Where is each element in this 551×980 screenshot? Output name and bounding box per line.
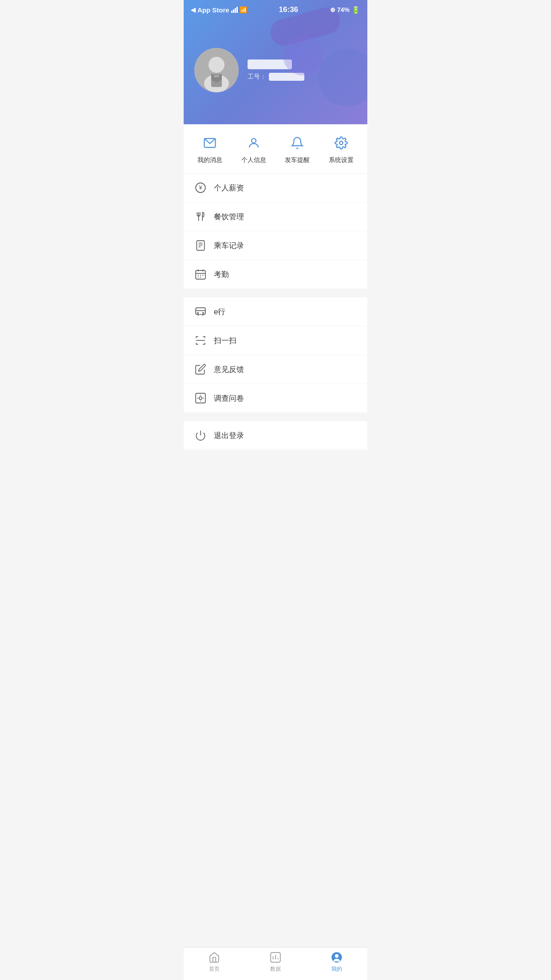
- quick-action-message-label: 我的消息: [197, 156, 222, 164]
- carrier-label: App Store: [197, 6, 229, 14]
- menu-item-feedback[interactable]: 意见反馈: [184, 355, 367, 384]
- quick-action-settings-label: 系统设置: [329, 156, 354, 164]
- location-icon: ⊕: [330, 6, 335, 13]
- svg-rect-13: [197, 241, 204, 250]
- quick-action-profile[interactable]: 个人信息: [232, 133, 276, 164]
- menu-item-attendance[interactable]: 考勤: [184, 260, 367, 288]
- svg-text:¥: ¥: [198, 184, 202, 191]
- bus-icon: [194, 305, 207, 318]
- menu-item-survey[interactable]: 调查问卷: [184, 384, 367, 412]
- menu-label-logout: 退出登录: [214, 431, 357, 441]
- svg-point-7: [252, 138, 256, 143]
- battery-icon: 🔋: [351, 6, 360, 14]
- menu-label-salary: 个人薪资: [214, 183, 357, 193]
- menu-section-2: e行 扫一扫 意见反馈: [184, 297, 367, 412]
- scan-icon: [194, 334, 207, 347]
- yen-icon: ¥: [194, 182, 207, 194]
- menu-label-etravel: e行: [214, 307, 357, 317]
- quick-action-reminder-label: 发车提醒: [285, 156, 310, 164]
- blob-decoration-2: [319, 49, 367, 107]
- power-icon: [194, 429, 207, 442]
- menu-label-dining: 餐饮管理: [214, 212, 357, 222]
- back-arrow: ◀: [191, 6, 196, 13]
- quick-actions: 我的消息 个人信息 发车提醒: [184, 124, 367, 174]
- menu-label-scan: 扫一扫: [214, 336, 357, 346]
- menu-section-3: 退出登录: [184, 421, 367, 450]
- gear-icon: [331, 133, 351, 153]
- menu-label-ride: 乘车记录: [214, 241, 357, 251]
- dining-icon: [194, 210, 207, 223]
- menu-section-1: ¥ 个人薪资 餐饮管理: [184, 174, 367, 288]
- signal-icon: [231, 7, 238, 13]
- quick-action-message[interactable]: 我的消息: [188, 133, 232, 164]
- document-icon: [194, 239, 207, 252]
- status-left: ◀ App Store 📶: [191, 6, 247, 14]
- menu-divider-1: [184, 293, 367, 297]
- blob-decoration-3: [283, 36, 323, 75]
- menu-label-feedback: 意见反馈: [214, 364, 357, 375]
- menu-item-ride[interactable]: 乘车记录: [184, 231, 367, 260]
- svg-point-34: [199, 397, 202, 400]
- menu-item-salary[interactable]: ¥ 个人薪资: [184, 174, 367, 202]
- mail-icon: [200, 133, 220, 153]
- svg-point-8: [339, 141, 343, 145]
- calendar-icon: [194, 268, 207, 281]
- menu-label-attendance: 考勤: [214, 269, 357, 280]
- menu-item-scan[interactable]: 扫一扫: [184, 326, 367, 355]
- status-time: 16:36: [279, 5, 298, 14]
- wifi-icon: 📶: [240, 6, 247, 13]
- svg-rect-17: [196, 270, 205, 279]
- menu-item-dining[interactable]: 餐饮管理: [184, 202, 367, 231]
- menu-item-etravel[interactable]: e行: [184, 297, 367, 326]
- svg-rect-5: [214, 75, 219, 77]
- person-icon: [244, 133, 264, 153]
- menu-divider-2: [184, 417, 367, 421]
- svg-point-30: [197, 312, 198, 313]
- quick-action-profile-label: 个人信息: [241, 156, 266, 164]
- survey-icon: [194, 392, 207, 404]
- bell-icon: [287, 133, 307, 153]
- content-area: 工号： 我的消息 个人信息: [184, 0, 367, 490]
- status-bar: ◀ App Store 📶 16:36 ⊕ 74% 🔋: [184, 0, 367, 20]
- battery-percent: 74%: [337, 6, 350, 13]
- employee-id-label: 工号：: [248, 73, 266, 81]
- menu-label-survey: 调查问卷: [214, 393, 357, 403]
- edit-icon: [194, 363, 207, 375]
- quick-action-settings[interactable]: 系统设置: [319, 133, 363, 164]
- status-right: ⊕ 74% 🔋: [330, 6, 360, 14]
- menu-item-logout[interactable]: 退出登录: [184, 421, 367, 450]
- svg-point-1: [209, 57, 224, 73]
- quick-action-reminder[interactable]: 发车提醒: [276, 133, 319, 164]
- avatar[interactable]: [194, 48, 239, 92]
- svg-point-31: [203, 312, 204, 313]
